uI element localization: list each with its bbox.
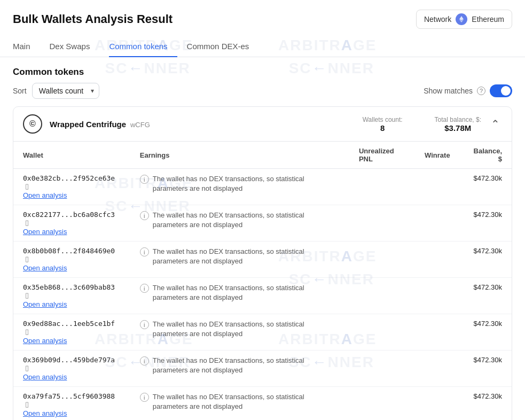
col-unrealized-pnl: Unrealized PNL [349,142,415,169]
show-matches-toggle[interactable] [490,84,512,97]
page-wrapper: ARBITRAGE SC←NNER ARBITRAGE SC←NNER ARBI… [0,0,525,420]
no-dex-message: The wallet has no DEX transactions, so s… [153,211,340,230]
network-label: Network [424,15,451,24]
wallets-count-stat: Wallets count: 8 [363,116,403,133]
tab-common-tokens[interactable]: Common tokens [109,36,177,57]
wallet-cell: 0x8b0b08f...2f848469e0 ▯ Open analysis [13,242,130,278]
token-stats: Wallets count: 8 Total balance, $: $3.78… [363,116,481,133]
sort-label: Sort [13,87,27,95]
wallet-address: 0xc822177...bc6a08cfc3 [23,211,115,219]
no-dex-message: The wallet has no DEX transactions, so s… [153,283,340,302]
wallet-cell: 0xc822177...bc6a08cfc3 ▯ Open analysis [13,205,130,242]
unrealized-pnl-cell [349,314,415,351]
copy-icon[interactable]: ▯ [25,255,29,263]
ethereum-icon [456,13,467,25]
token-symbol: wCFG [130,121,150,129]
svg-marker-0 [459,16,464,20]
table-row: 0x8b0b08f...2f848469e0 ▯ Open analysis i… [13,242,512,278]
wallets-count-label: Wallets count: [363,116,403,123]
open-analysis-link[interactable]: Open analysis [23,228,121,236]
unrealized-pnl-cell [349,278,415,314]
sort-wrapper: Wallets count Balance Earnings [32,83,99,99]
unrealized-pnl-cell [349,351,415,387]
balance-cell: $472.30k [460,278,512,314]
no-dex-message: The wallet has no DEX transactions, so s… [153,392,340,411]
controls-row: Sort Wallets count Balance Earnings Show… [0,83,525,106]
table-row: 0x9ed88ac...1eeb5ce1bf ▯ Open analysis i… [13,314,512,351]
open-analysis-link[interactable]: Open analysis [23,191,121,199]
info-icon: i [140,356,149,365]
wallet-cell: 0x369b09d...459bde797a ▯ Open analysis [13,351,130,387]
info-icon: i [140,393,149,402]
unrealized-pnl-cell [349,169,415,205]
toggle-knob [501,86,511,96]
earnings-cell: i The wallet has no DEX transactions, so… [130,387,349,421]
wallet-address: 0x9ed88ac...1eeb5ce1bf [23,320,115,328]
open-analysis-link[interactable]: Open analysis [23,300,121,308]
wallets-count-value: 8 [363,123,403,133]
wallet-address: 0x8b0b08f...2f848469e0 [23,247,115,255]
balance-cell: $472.30k [460,314,512,351]
token-name: Wrapped Centrifuge [50,120,126,129]
tab-dex-swaps[interactable]: Dex Swaps [50,36,100,57]
table-header-row: Wallet Earnings Unrealized PNL Winrate B… [13,142,512,169]
winrate-cell [415,278,460,314]
token-card: © Wrapped Centrifuge wCFG Wallets count:… [13,106,512,420]
tab-common-dexes[interactable]: Common DEX-es [187,36,259,57]
token-table: Wallet Earnings Unrealized PNL Winrate B… [13,142,512,420]
winrate-cell [415,242,460,278]
wallet-address: 0xa79fa75...5cf9603988 [23,392,115,400]
info-icon: i [140,211,149,220]
earnings-cell: i The wallet has no DEX transactions, so… [130,351,349,387]
col-earnings: Earnings [130,142,349,169]
wallet-cell: 0x0e382cb...2f952ce63e ▯ Open analysis [13,169,130,205]
copy-icon[interactable]: ▯ [25,182,29,190]
table-row: 0xc822177...bc6a08cfc3 ▯ Open analysis i… [13,205,512,242]
balance-cell: $472.30k [460,387,512,421]
info-icon: i [140,175,149,184]
total-balance-value: $3.78M [435,123,481,133]
token-header: © Wrapped Centrifuge wCFG Wallets count:… [13,107,512,142]
balance-cell: $472.30k [460,205,512,242]
info-icon: i [140,284,149,293]
open-analysis-link[interactable]: Open analysis [23,409,121,417]
sort-select[interactable]: Wallets count Balance Earnings [32,83,99,99]
col-winrate: Winrate [415,142,460,169]
open-analysis-link[interactable]: Open analysis [23,337,121,345]
open-analysis-link[interactable]: Open analysis [23,264,121,272]
earnings-cell: i The wallet has no DEX transactions, so… [130,169,349,205]
earnings-cell: i The wallet has no DEX transactions, so… [130,242,349,278]
page-title: Bulk Wallets Analysis Result [13,12,173,26]
show-matches-label: Show matches [424,87,473,95]
balance-cell: $472.30k [460,351,512,387]
no-dex-message: The wallet has no DEX transactions, so s… [153,174,340,193]
table-row: 0x369b09d...459bde797a ▯ Open analysis i… [13,351,512,387]
wallet-cell: 0xa79fa75...5cf9603988 ▯ Open analysis [13,387,130,421]
balance-cell: $472.30k [460,242,512,278]
wallet-cell: 0x35eb868...3c609bab83 ▯ Open analysis [13,278,130,314]
wallet-address: 0x35eb868...3c609bab83 [23,283,115,291]
copy-icon[interactable]: ▯ [25,400,29,408]
earnings-cell: i The wallet has no DEX transactions, so… [130,205,349,242]
copy-icon[interactable]: ▯ [25,328,29,336]
col-balance: Balance, $ [460,142,512,169]
copy-icon[interactable]: ▯ [25,219,29,227]
wallet-cell: 0x9ed88ac...1eeb5ce1bf ▯ Open analysis [13,314,130,351]
winrate-cell [415,169,460,205]
no-dex-message: The wallet has no DEX transactions, so s… [153,356,340,375]
table-row: 0x0e382cb...2f952ce63e ▯ Open analysis i… [13,169,512,205]
header: Bulk Wallets Analysis Result Network Eth… [0,0,525,29]
show-matches-row: Show matches ? [424,84,512,97]
table-row: 0x35eb868...3c609bab83 ▯ Open analysis i… [13,278,512,314]
total-balance-label: Total balance, $: [435,116,481,123]
open-analysis-link[interactable]: Open analysis [23,373,121,381]
wallet-address: 0x0e382cb...2f952ce63e [23,174,115,182]
copy-icon[interactable]: ▯ [25,291,29,299]
show-matches-help-icon[interactable]: ? [477,87,485,95]
balance-cell: $472.30k [460,169,512,205]
copy-icon[interactable]: ▯ [25,364,29,372]
winrate-cell [415,351,460,387]
no-dex-message: The wallet has no DEX transactions, so s… [153,320,340,339]
collapse-token-button[interactable]: ⌃ [489,118,502,130]
tab-main[interactable]: Main [13,36,40,57]
